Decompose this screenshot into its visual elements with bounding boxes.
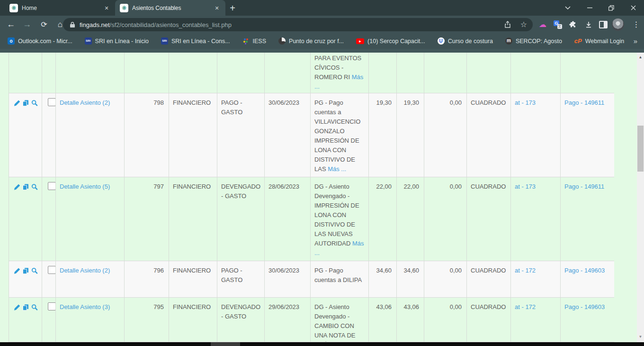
bookmark-item[interactable]: mSERCOP: Agosto xyxy=(505,37,562,45)
bookmark-label: SERCOP: Agosto xyxy=(516,38,562,45)
at-link[interactable]: at - 173 xyxy=(515,183,536,190)
detalle-cell xyxy=(56,53,125,93)
table-row: Detalle Asiento (2)796FINANCIEROPAGO - G… xyxy=(9,261,614,298)
side-panel-icon[interactable] xyxy=(597,16,610,33)
minimize-button[interactable] xyxy=(579,0,600,16)
back-icon[interactable]: ← xyxy=(4,16,18,33)
at-link[interactable]: at - 173 xyxy=(515,99,536,106)
reload-icon[interactable]: ⟳ xyxy=(37,16,51,33)
view-icon[interactable] xyxy=(31,183,38,191)
share-icon[interactable] xyxy=(501,16,514,33)
bookmark-item[interactable]: IESS xyxy=(242,37,267,45)
pago-link[interactable]: Pago - 149611 xyxy=(564,183,604,190)
copy-icon[interactable] xyxy=(22,304,29,311)
detalle-asiento-link[interactable]: Detalle Asiento (3) xyxy=(60,303,110,310)
at-link[interactable]: at - 172 xyxy=(515,303,536,310)
bookmark-item[interactable]: cPWebmail Login xyxy=(574,37,624,45)
new-tab-button[interactable]: + xyxy=(225,1,240,15)
forward-icon[interactable]: → xyxy=(20,16,34,33)
tipo-cell xyxy=(217,53,265,93)
edit-icon[interactable] xyxy=(14,100,20,107)
vertical-scrollbar[interactable]: ▲ ▼ xyxy=(637,53,644,342)
tab-close-icon[interactable]: ✕ xyxy=(213,4,221,12)
table-row: Detalle Asiento (5)797FINANCIERODEVENGAD… xyxy=(9,177,614,261)
descripcion-cell: PARA EVENTOS CÍVICOS - ROMERO RI Más ... xyxy=(311,53,369,93)
translate-extension-icon[interactable]: G文 xyxy=(551,16,564,33)
extension-cloud-icon[interactable]: ☁ xyxy=(536,16,549,33)
anexo-cell: at - 173 xyxy=(511,93,561,177)
tipo-cell: PAGO - GASTO xyxy=(217,93,265,177)
mas-link[interactable]: Más ... xyxy=(328,165,346,173)
bookmark-item[interactable]: UCurso de costura xyxy=(438,37,493,45)
modulo-cell: FINANCIERO xyxy=(169,298,217,342)
address-bar[interactable]: fingads.net/sf2/contabilidad/asientos_co… xyxy=(63,18,533,31)
bookmark-label: Webmail Login xyxy=(585,38,624,45)
debe-cell: 22,00 xyxy=(369,177,397,261)
diferencia-cell: 0,00 xyxy=(424,93,467,177)
scroll-down-icon[interactable]: ▼ xyxy=(637,335,644,339)
tab-asientos-contables[interactable]: ❋ Asientos Contables ✕ xyxy=(115,0,225,16)
tab-search-chevron-icon[interactable] xyxy=(557,0,579,16)
row-checkbox[interactable] xyxy=(48,98,56,106)
bookmark-item[interactable]: SRISRI en Línea - Inicio xyxy=(85,37,149,45)
horizontal-scrollbar[interactable] xyxy=(0,342,644,346)
browser-menu-icon[interactable]: ⋮ xyxy=(630,16,643,33)
view-icon[interactable] xyxy=(31,304,38,311)
bookmark-item[interactable]: ▶(10) Sercop Capacit... xyxy=(356,38,425,45)
detalle-asiento-link[interactable]: Detalle Asiento (2) xyxy=(60,267,110,274)
tab-close-icon[interactable]: ✕ xyxy=(103,4,110,12)
modulo-cell: FINANCIERO xyxy=(169,177,217,261)
detalle-asiento-link[interactable]: Detalle Asiento (5) xyxy=(60,183,110,190)
bookmark-item[interactable]: SRISRI en Línea - Cons... xyxy=(161,37,230,45)
horizontal-scrollbar-thumb[interactable] xyxy=(211,342,240,346)
edit-icon[interactable] xyxy=(14,267,20,274)
row-checkbox[interactable] xyxy=(48,302,56,310)
moodle-icon: m xyxy=(505,37,512,45)
haber-cell xyxy=(397,53,424,93)
close-button[interactable] xyxy=(622,0,644,16)
profile-avatar[interactable] xyxy=(611,16,625,33)
restore-button[interactable] xyxy=(600,0,622,16)
row-actions-cell xyxy=(9,53,42,93)
view-icon[interactable] xyxy=(31,100,38,107)
bookmark-item[interactable]: Punto de cruz por f... xyxy=(278,37,344,45)
at-link[interactable]: at - 172 xyxy=(515,267,536,274)
pago-link[interactable]: Pago - 149603 xyxy=(564,267,605,274)
numero-cell xyxy=(125,53,169,93)
tab-home[interactable]: ❋ Home ✕ xyxy=(5,0,115,16)
scroll-up-icon[interactable]: ▲ xyxy=(637,55,644,59)
downloads-icon[interactable] xyxy=(582,16,595,33)
anexo-cell: at - 173 xyxy=(511,177,561,261)
bookmark-item[interactable]: oOutlook.com - Micr... xyxy=(8,37,72,45)
detalle-asiento-link[interactable]: Detalle Asiento (2) xyxy=(60,99,110,106)
anexo-cell: at - 172 xyxy=(511,298,561,342)
sri-icon: SRI xyxy=(85,37,92,45)
row-checkbox[interactable] xyxy=(48,266,56,274)
scrollbar-thumb[interactable] xyxy=(637,126,644,172)
pago-link[interactable]: Pago - 149611 xyxy=(564,99,604,106)
youtube-icon: ▶ xyxy=(356,38,364,44)
modulo-cell: FINANCIERO xyxy=(169,261,217,297)
row-checkbox[interactable] xyxy=(48,182,56,190)
copy-icon[interactable] xyxy=(22,267,29,274)
row-actions-cell xyxy=(9,298,42,342)
view-icon[interactable] xyxy=(31,267,38,274)
numero-cell: 797 xyxy=(125,177,169,261)
edit-icon[interactable] xyxy=(14,304,20,311)
edit-icon[interactable] xyxy=(14,183,20,191)
pago-link[interactable]: Pago - 149603 xyxy=(564,303,605,310)
haber-cell: 22,00 xyxy=(397,177,424,261)
extensions-puzzle-icon[interactable] xyxy=(566,16,580,33)
page-content: PARA EVENTOS CÍVICOS - ROMERO RI Más ...… xyxy=(0,49,644,346)
copy-icon[interactable] xyxy=(22,183,29,191)
fecha-cell: 29/06/2023 xyxy=(265,298,311,342)
copy-icon[interactable] xyxy=(22,100,29,107)
diferencia-cell xyxy=(424,53,467,93)
bookmark-star-icon[interactable]: ☆ xyxy=(517,16,530,33)
bookmarks-overflow-icon[interactable]: » xyxy=(634,37,637,45)
bookmark-label: Curso de costura xyxy=(448,38,493,45)
numero-cell: 796 xyxy=(125,261,169,297)
numero-cell: 798 xyxy=(125,93,169,177)
table-row: Detalle Asiento (2)798FINANCIEROPAGO - G… xyxy=(9,93,614,177)
url-text: fingads.net/sf2/contabilidad/asientos_co… xyxy=(80,21,232,28)
